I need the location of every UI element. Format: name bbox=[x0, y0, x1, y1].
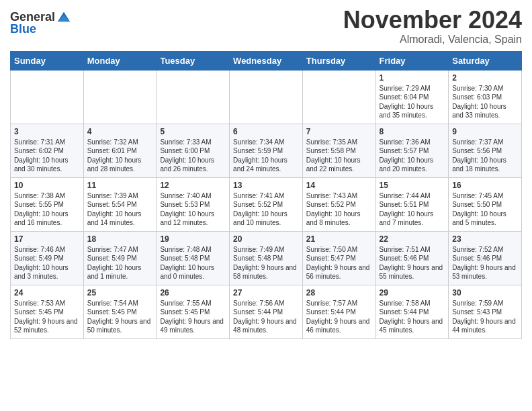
day-info: Sunrise: 7:41 AMSunset: 5:52 PMDaylight:… bbox=[233, 191, 299, 228]
day-number: 25 bbox=[87, 288, 153, 298]
day-info: Sunrise: 7:36 AMSunset: 5:57 PMDaylight:… bbox=[380, 138, 445, 174]
calendar-cell: 30Sunrise: 7:59 AMSunset: 5:43 PMDayligh… bbox=[449, 285, 522, 338]
calendar-week-row: 17Sunrise: 7:46 AMSunset: 5:49 PMDayligh… bbox=[11, 231, 522, 285]
day-info: Sunrise: 7:40 AMSunset: 5:53 PMDaylight:… bbox=[160, 191, 226, 228]
day-number: 4 bbox=[87, 127, 153, 136]
calendar-cell: 26Sunrise: 7:55 AMSunset: 5:45 PMDayligh… bbox=[157, 285, 230, 338]
calendar-cell: 4Sunrise: 7:32 AMSunset: 6:01 PMDaylight… bbox=[83, 124, 157, 177]
calendar-header-thursday: Thursday bbox=[302, 51, 375, 70]
day-info: Sunrise: 7:37 AMSunset: 5:56 PMDaylight:… bbox=[452, 138, 518, 174]
calendar-cell: 20Sunrise: 7:49 AMSunset: 5:48 PMDayligh… bbox=[230, 231, 303, 285]
day-number: 16 bbox=[452, 181, 518, 190]
calendar-cell: 17Sunrise: 7:46 AMSunset: 5:49 PMDayligh… bbox=[11, 231, 84, 285]
day-number: 19 bbox=[160, 234, 226, 244]
day-number: 15 bbox=[380, 181, 445, 190]
day-number: 18 bbox=[87, 234, 153, 244]
day-info: Sunrise: 7:43 AMSunset: 5:52 PMDaylight:… bbox=[306, 191, 372, 228]
day-number: 2 bbox=[452, 73, 518, 83]
day-info: Sunrise: 7:56 AMSunset: 5:44 PMDaylight:… bbox=[233, 299, 299, 335]
logo: General Blue bbox=[10, 11, 71, 36]
calendar-cell: 24Sunrise: 7:53 AMSunset: 5:45 PMDayligh… bbox=[11, 285, 84, 338]
calendar-cell: 5Sunrise: 7:33 AMSunset: 6:00 PMDaylight… bbox=[157, 124, 230, 177]
calendar-cell: 29Sunrise: 7:58 AMSunset: 5:44 PMDayligh… bbox=[375, 285, 449, 338]
calendar-cell: 16Sunrise: 7:45 AMSunset: 5:50 PMDayligh… bbox=[449, 177, 522, 231]
calendar-header-tuesday: Tuesday bbox=[157, 51, 230, 70]
day-number: 26 bbox=[160, 288, 226, 298]
calendar-cell bbox=[83, 70, 157, 124]
day-info: Sunrise: 7:30 AMSunset: 6:03 PMDaylight:… bbox=[452, 84, 518, 120]
day-info: Sunrise: 7:50 AMSunset: 5:47 PMDaylight:… bbox=[306, 245, 372, 281]
calendar-cell: 18Sunrise: 7:47 AMSunset: 5:49 PMDayligh… bbox=[83, 231, 157, 285]
day-info: Sunrise: 7:47 AMSunset: 5:49 PMDaylight:… bbox=[87, 245, 153, 281]
logo-text-block: General Blue bbox=[10, 11, 71, 36]
day-info: Sunrise: 7:34 AMSunset: 5:59 PMDaylight:… bbox=[233, 138, 299, 174]
header: General Blue November 2024 Almoradi, Val… bbox=[10, 7, 522, 46]
day-info: Sunrise: 7:53 AMSunset: 5:45 PMDaylight:… bbox=[14, 299, 80, 335]
day-number: 24 bbox=[14, 288, 80, 298]
calendar-cell: 22Sunrise: 7:51 AMSunset: 5:46 PMDayligh… bbox=[375, 231, 449, 285]
day-info: Sunrise: 7:58 AMSunset: 5:44 PMDaylight:… bbox=[380, 299, 445, 335]
day-number: 23 bbox=[452, 234, 518, 244]
calendar-cell: 3Sunrise: 7:31 AMSunset: 6:02 PMDaylight… bbox=[11, 124, 84, 177]
calendar-header-row: SundayMondayTuesdayWednesdayThursdayFrid… bbox=[11, 51, 522, 70]
logo-blue: Blue bbox=[10, 22, 36, 36]
svg-marker-1 bbox=[58, 15, 70, 21]
day-info: Sunrise: 7:38 AMSunset: 5:55 PMDaylight:… bbox=[14, 191, 80, 228]
day-info: Sunrise: 7:57 AMSunset: 5:44 PMDaylight:… bbox=[306, 299, 372, 335]
calendar-cell bbox=[230, 70, 303, 124]
day-number: 30 bbox=[452, 288, 518, 298]
calendar-cell: 19Sunrise: 7:48 AMSunset: 5:48 PMDayligh… bbox=[157, 231, 230, 285]
day-info: Sunrise: 7:45 AMSunset: 5:50 PMDaylight:… bbox=[452, 191, 518, 228]
day-info: Sunrise: 7:54 AMSunset: 5:45 PMDaylight:… bbox=[87, 299, 153, 335]
day-number: 5 bbox=[160, 127, 226, 136]
day-info: Sunrise: 7:51 AMSunset: 5:46 PMDaylight:… bbox=[380, 245, 445, 281]
day-number: 27 bbox=[233, 288, 299, 298]
day-number: 12 bbox=[160, 181, 226, 190]
calendar-week-row: 10Sunrise: 7:38 AMSunset: 5:55 PMDayligh… bbox=[11, 177, 522, 231]
calendar-week-row: 3Sunrise: 7:31 AMSunset: 6:02 PMDaylight… bbox=[11, 124, 522, 177]
day-info: Sunrise: 7:29 AMSunset: 6:04 PMDaylight:… bbox=[380, 84, 445, 120]
day-number: 8 bbox=[380, 127, 445, 136]
day-info: Sunrise: 7:32 AMSunset: 6:01 PMDaylight:… bbox=[87, 138, 153, 174]
day-info: Sunrise: 7:52 AMSunset: 5:46 PMDaylight:… bbox=[452, 245, 518, 281]
day-number: 17 bbox=[14, 234, 80, 244]
day-number: 13 bbox=[233, 181, 299, 190]
calendar-header-wednesday: Wednesday bbox=[230, 51, 303, 70]
day-number: 6 bbox=[233, 127, 299, 136]
calendar-cell bbox=[302, 70, 375, 124]
day-number: 10 bbox=[14, 181, 80, 190]
logo-icon bbox=[56, 9, 71, 24]
day-number: 22 bbox=[380, 234, 445, 244]
calendar-cell: 8Sunrise: 7:36 AMSunset: 5:57 PMDaylight… bbox=[375, 124, 449, 177]
calendar-cell: 28Sunrise: 7:57 AMSunset: 5:44 PMDayligh… bbox=[302, 285, 375, 338]
calendar-cell: 10Sunrise: 7:38 AMSunset: 5:55 PMDayligh… bbox=[11, 177, 84, 231]
day-number: 21 bbox=[306, 234, 372, 244]
day-info: Sunrise: 7:46 AMSunset: 5:49 PMDaylight:… bbox=[14, 245, 80, 281]
calendar-cell: 1Sunrise: 7:29 AMSunset: 6:04 PMDaylight… bbox=[375, 70, 449, 124]
calendar-week-row: 1Sunrise: 7:29 AMSunset: 6:04 PMDaylight… bbox=[11, 70, 522, 124]
calendar-cell: 25Sunrise: 7:54 AMSunset: 5:45 PMDayligh… bbox=[83, 285, 157, 338]
calendar-cell: 21Sunrise: 7:50 AMSunset: 5:47 PMDayligh… bbox=[302, 231, 375, 285]
day-info: Sunrise: 7:33 AMSunset: 6:00 PMDaylight:… bbox=[160, 138, 226, 174]
day-number: 29 bbox=[380, 288, 445, 298]
calendar-cell: 7Sunrise: 7:35 AMSunset: 5:58 PMDaylight… bbox=[302, 124, 375, 177]
page: General Blue November 2024 Almoradi, Val… bbox=[0, 0, 532, 411]
calendar-header-saturday: Saturday bbox=[449, 51, 522, 70]
calendar-cell: 11Sunrise: 7:39 AMSunset: 5:54 PMDayligh… bbox=[83, 177, 157, 231]
day-number: 14 bbox=[306, 181, 372, 190]
calendar-cell: 6Sunrise: 7:34 AMSunset: 5:59 PMDaylight… bbox=[230, 124, 303, 177]
calendar-header-monday: Monday bbox=[83, 51, 157, 70]
calendar-cell: 9Sunrise: 7:37 AMSunset: 5:56 PMDaylight… bbox=[449, 124, 522, 177]
calendar-cell: 23Sunrise: 7:52 AMSunset: 5:46 PMDayligh… bbox=[449, 231, 522, 285]
day-number: 20 bbox=[233, 234, 299, 244]
location-title: Almoradi, Valencia, Spain bbox=[343, 34, 522, 46]
day-number: 1 bbox=[380, 73, 445, 83]
day-info: Sunrise: 7:44 AMSunset: 5:51 PMDaylight:… bbox=[380, 191, 445, 228]
calendar-cell: 2Sunrise: 7:30 AMSunset: 6:03 PMDaylight… bbox=[449, 70, 522, 124]
day-info: Sunrise: 7:31 AMSunset: 6:02 PMDaylight:… bbox=[14, 138, 80, 174]
day-number: 9 bbox=[452, 127, 518, 136]
day-info: Sunrise: 7:59 AMSunset: 5:43 PMDaylight:… bbox=[452, 299, 518, 335]
day-number: 3 bbox=[14, 127, 80, 136]
day-number: 7 bbox=[306, 127, 372, 136]
day-info: Sunrise: 7:48 AMSunset: 5:48 PMDaylight:… bbox=[160, 245, 226, 281]
